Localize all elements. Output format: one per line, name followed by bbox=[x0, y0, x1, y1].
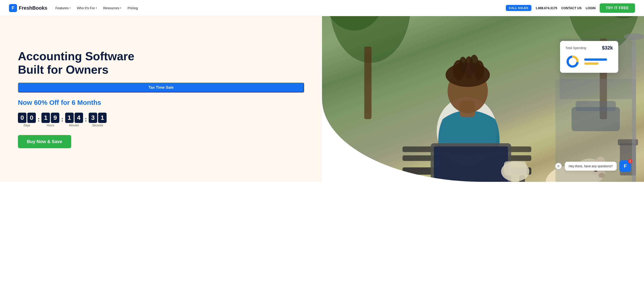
chat-notification-badge: 1 bbox=[628, 159, 632, 164]
chat-icon-button[interactable]: F 1 bbox=[619, 160, 631, 172]
svg-rect-26 bbox=[434, 146, 508, 182]
countdown-seconds: 3 1 Seconds bbox=[89, 113, 106, 127]
logo[interactable]: F FreshBooks bbox=[9, 4, 47, 12]
main-nav: Features ▾ Who It's For ▾ Resources ▾ Pr… bbox=[55, 6, 138, 10]
chat-widget: ✕ Hey there, have any questions? F 1 bbox=[555, 160, 631, 172]
svg-point-42 bbox=[624, 33, 644, 40]
donut-chart bbox=[566, 54, 580, 69]
hero-image-container: Total Spending $32k bbox=[322, 16, 644, 182]
seconds-label: Seconds bbox=[92, 124, 103, 127]
minutes-label: Minutes bbox=[69, 124, 79, 127]
header-left: F FreshBooks Features ▾ Who It's For ▾ R… bbox=[9, 4, 138, 12]
buy-now-save-button[interactable]: Buy Now & Save bbox=[18, 135, 71, 148]
promo-text: Now 60% Off for 6 Months bbox=[18, 99, 304, 106]
spending-label: Total Spending bbox=[566, 46, 586, 50]
header-right: CALL SALES 1.888.674.3175 CONTACT US LOG… bbox=[506, 3, 635, 13]
hours-label: Hours bbox=[47, 124, 54, 127]
svg-rect-29 bbox=[504, 162, 526, 176]
countdown-days: 0 0 Days bbox=[18, 113, 36, 127]
svg-rect-41 bbox=[632, 38, 636, 182]
days-digits: 0 0 bbox=[18, 113, 36, 123]
hero-left: Accounting Software Built for Owners Tax… bbox=[0, 16, 322, 182]
chevron-down-icon: ▾ bbox=[96, 7, 97, 9]
hero-right: Total Spending $32k bbox=[322, 16, 644, 182]
seconds-digit-1: 3 bbox=[89, 113, 97, 123]
hero-section: Accounting Software Built for Owners Tax… bbox=[0, 16, 644, 182]
phone-number[interactable]: 1.888.674.3175 bbox=[536, 6, 557, 10]
bar-chart bbox=[584, 58, 613, 65]
days-digit-1: 0 bbox=[18, 113, 26, 123]
svg-rect-38 bbox=[576, 101, 616, 111]
colon-1: : bbox=[38, 116, 40, 127]
freshbooks-logo-icon: F bbox=[9, 4, 17, 12]
tax-time-sale-badge[interactable]: Tax Time Sale bbox=[18, 83, 304, 92]
spending-card: Total Spending $32k bbox=[560, 41, 618, 73]
countdown-hours: 1 9 Hours bbox=[42, 113, 59, 127]
chevron-down-icon: ▾ bbox=[70, 7, 70, 9]
spending-card-body bbox=[566, 54, 613, 69]
seconds-digit-2: 1 bbox=[98, 113, 106, 123]
hours-digit-1: 1 bbox=[42, 113, 50, 123]
days-digit-2: 0 bbox=[27, 113, 36, 123]
contact-us-link[interactable]: CONTACT US bbox=[561, 6, 582, 10]
logo-text: FreshBooks bbox=[19, 5, 47, 11]
days-label: Days bbox=[24, 124, 30, 127]
minutes-digit-2: 4 bbox=[74, 113, 83, 123]
try-it-free-button[interactable]: TRY IT FREE bbox=[600, 3, 635, 13]
chat-bubble: Hey there, have any questions? bbox=[565, 162, 617, 171]
svg-point-24 bbox=[470, 55, 479, 72]
call-sales-button[interactable]: CALL SALES bbox=[506, 5, 531, 11]
countdown-timer: 0 0 Days : 1 9 Hours : 1 4 Minutes bbox=[18, 113, 304, 127]
nav-pricing[interactable]: Pricing bbox=[128, 6, 138, 10]
svg-rect-5 bbox=[364, 46, 372, 119]
nav-features[interactable]: Features ▾ bbox=[55, 6, 70, 10]
spending-amount: $32k bbox=[602, 45, 613, 51]
spending-card-header: Total Spending $32k bbox=[566, 45, 613, 51]
svg-rect-9 bbox=[410, 175, 416, 182]
close-chat-button[interactable]: ✕ bbox=[555, 162, 562, 170]
countdown-minutes: 1 4 Minutes bbox=[65, 113, 83, 127]
minutes-digits: 1 4 bbox=[65, 113, 83, 123]
header: F FreshBooks Features ▾ Who It's For ▾ R… bbox=[0, 0, 644, 16]
hours-digit-2: 9 bbox=[51, 113, 59, 123]
hours-digits: 1 9 bbox=[42, 113, 59, 123]
colon-3: : bbox=[85, 116, 87, 127]
hero-title: Accounting Software Built for Owners bbox=[18, 50, 304, 76]
seconds-digits: 3 1 bbox=[89, 113, 106, 123]
bar-row-1 bbox=[584, 58, 607, 61]
svg-point-23 bbox=[459, 57, 467, 73]
nav-resources[interactable]: Resources ▾ bbox=[103, 6, 121, 10]
colon-2: : bbox=[61, 116, 63, 127]
login-link[interactable]: LOGIN bbox=[586, 6, 596, 10]
nav-who-its-for[interactable]: Who It's For ▾ bbox=[77, 6, 97, 10]
minutes-digit-1: 1 bbox=[65, 113, 74, 123]
bar-row-2 bbox=[584, 62, 598, 65]
chevron-down-icon: ▾ bbox=[120, 7, 121, 9]
